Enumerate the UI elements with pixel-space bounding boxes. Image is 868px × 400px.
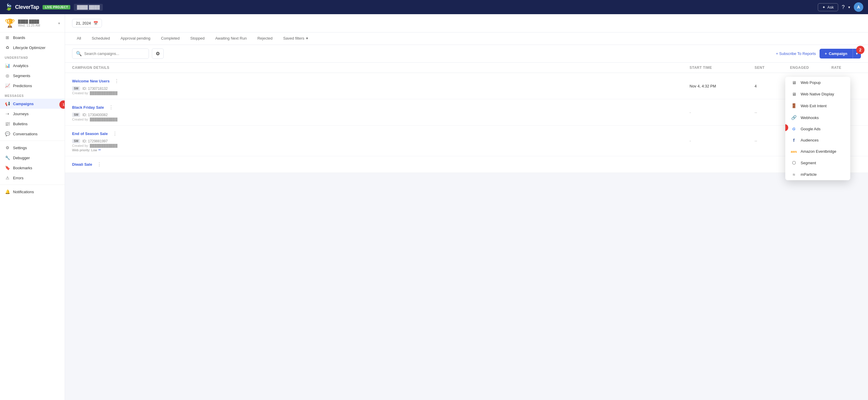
sent-cell: -- [754,139,790,143]
campaign-name[interactable]: Black Friday Sale [72,105,104,110]
web-native-icon: 🖥 [790,92,797,97]
ask-button[interactable]: ✦ Ask [818,3,838,11]
webhooks-icon: 🔗 [790,115,797,120]
sent-cell: -- [754,110,790,115]
tab-stopped[interactable]: Stopped [186,32,209,44]
more-options-button[interactable]: ⋮ [112,77,121,85]
campaign-name-row: Welcome New Users ⋮ [72,77,689,85]
avatar[interactable]: A [854,2,863,12]
dropdown-item-label: Web Exit Intent [801,104,827,108]
sidebar-item-label: Bookmarks [13,166,32,170]
sidebar-item-label: Predictions [13,84,32,88]
sidebar-profile[interactable]: 🏆 ████ ████ Wed, 11:25 AM ▾ [0,14,65,32]
sidebar-item-bulletins[interactable]: 📰 Bulletins [0,119,65,129]
web-exit-icon: 🚪 [790,103,797,109]
profile-name: ████ ████ [18,20,55,24]
dropdown-item-label: Google Ads [801,127,820,131]
tab-all[interactable]: All [72,32,86,44]
campaign-badge: SM [72,139,80,143]
campaign-id: ID: 1729881997 [83,139,107,143]
sidebar-item-label: Errors [13,176,23,180]
date-filter[interactable]: 21, 2024 📅 [72,19,102,28]
campaign-meta: SM ID: 1730718132 [72,86,689,91]
segments-icon: ◎ [5,73,10,78]
logo-text: CleverTap [15,4,39,10]
sidebar-item-label: Conversations [13,132,37,136]
nav-left: 🍃 CleverTap LIVE PROJECT ████ ████ [5,3,103,11]
sidebar-item-campaigns[interactable]: 📢 Campaigns 1 [0,99,65,109]
campaign-table: Campaign Details Start Time Sent Engaged… [65,63,868,173]
campaign-details-cell: End of Season Sale ⋮ SM ID: 1729881997 C… [72,130,689,152]
project-name: ████ ████ [74,4,102,11]
expand-button[interactable]: ▾ [848,5,850,9]
campaign-name[interactable]: End of Season Sale [72,131,108,136]
dropdown-item-webhooks[interactable]: 🔗 Webhooks [785,112,850,123]
filter-button[interactable]: ⚙ [152,49,164,59]
badge-2: 2 [856,46,864,54]
campaign-created: Created by: ████████████ [72,144,689,147]
sidebar-item-segments[interactable]: ◎ Segments [0,71,65,81]
tab-completed[interactable]: Completed [156,32,184,44]
search-box[interactable]: 🔍 [72,49,149,59]
settings-icon: ⚙ [5,145,10,150]
more-options-button[interactable]: ⋮ [95,160,104,168]
dropdown-item-web-native[interactable]: 🖥 Web Native Display [785,88,850,100]
sidebar-item-label: Debugger [13,156,30,160]
sidebar-item-boards[interactable]: ⊞ Boards [0,32,65,42]
table-row: Welcome New Users ⋮ SM ID: 1730718132 Cr… [65,73,868,99]
chevron-down-icon[interactable]: ▾ [58,21,60,25]
campaign-main-button[interactable]: + Campaign [819,49,852,59]
more-options-button[interactable]: ⋮ [110,130,120,138]
sidebar-item-debugger[interactable]: 🔧 Debugger [0,153,65,163]
dropdown-item-web-exit[interactable]: 🚪 Web Exit Intent [785,100,850,112]
sidebar-item-predictions[interactable]: 📈 Predictions [0,81,65,91]
dropdown-item-amazon-eventbridge[interactable]: aws Amazon Eventbridge [785,146,850,157]
campaign-name[interactable]: Diwali Sale [72,162,92,166]
tab-approval[interactable]: Approval pending [116,32,155,44]
tab-scheduled[interactable]: Scheduled [87,32,114,44]
help-button[interactable]: ? [842,4,845,10]
dropdown-item-mparticle[interactable]: ≈ mParticle [785,169,850,180]
sidebar-item-label: Lifecycle Optimizer [13,45,45,50]
dropdown-item-google-ads[interactable]: 3 G Google Ads [785,123,850,134]
toolbar: 🔍 ⚙ + Subscribe To Reports + Campaign ▾ … [65,45,868,63]
tab-saved-filters[interactable]: Saved filters ▾ [278,32,313,44]
sidebar-item-bookmarks[interactable]: 🔖 Bookmarks [0,163,65,173]
logo[interactable]: 🍃 CleverTap [5,3,39,11]
sidebar-item-label: Boards [13,35,25,40]
top-navigation: 🍃 CleverTap LIVE PROJECT ████ ████ ✦ Ask… [0,0,868,14]
edit-priority-icon[interactable]: ✏ [98,148,101,152]
sidebar-item-conversations[interactable]: 💬 Conversations [0,129,65,139]
sidebar-item-errors[interactable]: ⚠ Errors [0,173,65,183]
dropdown-item-audiences[interactable]: f Audiences [785,134,850,146]
subscribe-button[interactable]: + Subscribe To Reports [776,52,816,56]
conversations-icon: 💬 [5,131,10,136]
sidebar-item-journeys[interactable]: ⇢ Journeys [0,109,65,119]
dropdown-item-web-popup[interactable]: 🖥 Web Popup [785,77,850,88]
sidebar-item-label: Segments [13,73,30,78]
badge-1: 1 [59,100,65,109]
sidebar-item-settings[interactable]: ⚙ Settings [0,143,65,153]
debugger-icon: 🔧 [5,155,10,160]
campaign-meta: SM ID: 1729881997 [72,139,689,143]
dropdown-item-segment[interactable]: ⬡ Segment [785,157,850,169]
chevron-down-icon: ▾ [306,36,308,40]
divider-2 [0,185,65,185]
campaign-details-cell: Black Friday Sale ⋮ SM ID: 1730400082 Cr… [72,103,689,121]
campaign-header: 21, 2024 📅 [65,14,868,32]
campaign-name[interactable]: Welcome New Users [72,79,110,83]
boards-icon: ⊞ [5,35,10,40]
more-options-button[interactable]: ⋮ [106,103,116,112]
lifecycle-icon: ♻ [5,45,10,50]
campaign-type-dropdown: 🖥 Web Popup 🖥 Web Native Display 🚪 Web E… [785,77,850,180]
sidebar-item-lifecycle[interactable]: ♻ Lifecycle Optimizer [0,42,65,53]
tab-awaiting[interactable]: Awaiting Next Run [210,32,251,44]
sidebar-item-notifications[interactable]: 🔔 Notifications [0,187,65,197]
profile-icon: 🏆 [5,18,15,28]
col-details: Campaign Details [72,66,689,70]
search-input[interactable] [84,52,143,56]
tab-rejected[interactable]: Rejected [253,32,277,44]
sidebar-item-analytics[interactable]: 📊 Analytics [0,61,65,71]
campaign-id: ID: 1730718132 [83,87,107,91]
campaign-name-row: Diwali Sale ⋮ [72,160,689,168]
